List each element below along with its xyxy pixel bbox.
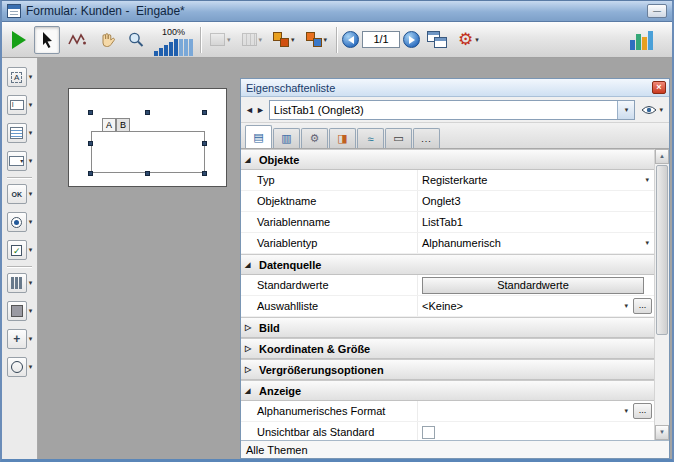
previous-object-button[interactable]: ◄ (245, 105, 254, 115)
monitor-icon: ▭ (393, 132, 403, 145)
list-control-button[interactable]: ▾ (2, 120, 37, 146)
pan-tool-button[interactable] (94, 26, 120, 54)
tab-b[interactable]: B (116, 118, 130, 132)
tab-display[interactable]: ▭ (385, 128, 412, 148)
section-anzeige[interactable]: ◢ Anzeige (241, 380, 654, 401)
next-page-button[interactable] (403, 31, 420, 48)
settings-button[interactable]: ⚙ ▾ (454, 26, 483, 54)
tab-chart[interactable]: ≈ (357, 128, 384, 148)
selection-handle[interactable] (88, 110, 93, 115)
vertical-scrollbar[interactable]: ▲ ▼ (654, 149, 669, 440)
chevron-down-icon: ▾ (475, 36, 479, 44)
properties-panel: Eigenschaftenliste × ◄ ► ListTab1 (Ongle… (240, 78, 670, 459)
browse-button[interactable]: ... (633, 403, 652, 419)
selection-handle[interactable] (202, 141, 207, 146)
chart-columns-icon[interactable] (630, 30, 653, 50)
previous-page-button[interactable] (342, 31, 359, 48)
tab-general[interactable]: ▤ (245, 125, 272, 148)
property-value-auswahlliste[interactable]: <Keine> ▾ ... (417, 296, 654, 316)
tab-page[interactable] (91, 131, 205, 173)
browse-button[interactable]: ... (633, 298, 652, 314)
next-object-button[interactable]: ► (256, 105, 265, 115)
zoom-level-control[interactable]: 100% (152, 24, 195, 56)
property-row-variablentyp: Variablentyp Alphanumerisch ▾ (241, 233, 654, 254)
tab-link[interactable]: ◨ (329, 128, 356, 148)
tab-control[interactable]: A B (91, 113, 205, 173)
property-value-format[interactable]: ▾ ... (417, 401, 654, 421)
form-design-area[interactable]: A B (68, 88, 227, 187)
chevron-down-icon: ▾ (645, 239, 649, 247)
property-label: Typ (241, 170, 417, 190)
property-value-typ[interactable]: Registerkarte ▾ (417, 170, 654, 190)
selection-handle[interactable] (202, 110, 207, 115)
panel-control-button[interactable]: ▾ (2, 298, 37, 324)
section-vergroesserung[interactable]: ▷ Vergrößerungsoptionen (241, 359, 654, 380)
minimize-button[interactable]: — (647, 4, 667, 18)
selection-handle[interactable] (145, 110, 150, 115)
title-bar: Formular: Kunden - Eingabe* — (2, 1, 672, 22)
section-objekte[interactable]: ◢ Objekte (241, 149, 654, 170)
section-bild[interactable]: ▷ Bild (241, 317, 654, 338)
close-icon[interactable]: × (652, 81, 666, 94)
section-koordinaten[interactable]: ▷ Koordinaten & Größe (241, 338, 654, 359)
select-tool-button[interactable] (34, 26, 60, 54)
chevron-down-icon: ▾ (29, 307, 33, 315)
toolbar-separator (336, 27, 337, 53)
chevron-down-icon: ▾ (291, 36, 295, 44)
property-value-variablentyp[interactable]: Alphanumerisch ▾ (417, 233, 654, 253)
alignment-tool-button[interactable]: ▾ (206, 26, 235, 54)
button-control-button[interactable]: OK ▾ (2, 181, 37, 207)
hand-icon (98, 31, 116, 49)
properties-panel-header[interactable]: Eigenschaftenliste × (241, 79, 669, 97)
circle-icon (11, 361, 23, 373)
app-window: Formular: Kunden - Eingabe* — 100% ▾ (0, 0, 674, 462)
edit-field-icon: I (10, 100, 24, 110)
tab-ui[interactable]: ▥ (273, 128, 300, 148)
combo-control-button[interactable]: ▾ ▾ (2, 148, 37, 174)
scroll-up-icon[interactable]: ▲ (655, 149, 669, 164)
standardwerte-button[interactable]: Standardwerte (422, 277, 644, 294)
tab-detail[interactable]: ⚙ (301, 128, 328, 148)
tab-more[interactable]: ... (413, 128, 440, 148)
tab-a[interactable]: A (102, 118, 116, 132)
property-row-standardwerte: Standardwerte Standardwerte (241, 275, 654, 296)
section-datenquelle[interactable]: ◢ Datenquelle (241, 254, 654, 275)
page-indicator-field[interactable]: 1/1 (362, 31, 400, 48)
chevron-down-icon: ▾ (624, 407, 628, 415)
radio-control-button[interactable]: ▾ (2, 209, 37, 235)
control-toolbox: A ▾ I ▾ ▾ ▾ ▾ OK ▾ ▾ (2, 58, 38, 459)
shape-control-button[interactable]: + ▾ (2, 326, 37, 352)
section-label: Vergrößerungsoptionen (259, 364, 384, 376)
selection-handle[interactable] (88, 141, 93, 146)
property-value-objektname[interactable]: Onglet3 (417, 191, 654, 211)
selection-handle[interactable] (145, 171, 150, 176)
checkbox-icon: ✓ (11, 245, 22, 256)
expand-icon: ▷ (245, 365, 254, 374)
draw-tool-button[interactable] (63, 26, 91, 54)
distribution-tool-button[interactable]: ▾ (238, 26, 267, 54)
static-text-control-button[interactable]: A ▾ (2, 64, 37, 90)
object-selector-combo[interactable]: ListTab1 (Onglet3) ▾ (269, 100, 636, 120)
list-icon (10, 127, 23, 139)
edit-control-button[interactable]: I ▾ (2, 92, 37, 118)
color-tool-button[interactable]: ▾ (269, 26, 299, 54)
ellipse-control-button[interactable]: ▾ (2, 354, 37, 380)
unsichtbar-checkbox[interactable] (422, 426, 435, 439)
checkbox-control-button[interactable]: ✓ ▾ (2, 237, 37, 263)
property-value-variablenname[interactable]: ListTab1 (417, 212, 654, 232)
cross-icon: + (13, 333, 20, 345)
style-tool-button[interactable]: ▾ (302, 26, 332, 54)
windows-list-button[interactable] (423, 26, 451, 54)
combo-dropdown-button[interactable]: ▾ (617, 101, 634, 119)
toolbar-control-button[interactable]: ▾ (2, 270, 37, 296)
selection-handle[interactable] (88, 171, 93, 176)
scroll-down-icon[interactable]: ▼ (655, 425, 669, 440)
zoom-tool-button[interactable] (123, 26, 149, 54)
blocks-icon: ◨ (337, 132, 347, 145)
scrollbar-thumb[interactable] (656, 165, 668, 335)
view-options-button[interactable]: ▾ (639, 105, 665, 115)
selection-handle[interactable] (202, 171, 207, 176)
chevron-down-icon: ▾ (29, 218, 33, 226)
property-label: Auswahlliste (241, 296, 417, 316)
run-test-button[interactable] (7, 26, 31, 54)
